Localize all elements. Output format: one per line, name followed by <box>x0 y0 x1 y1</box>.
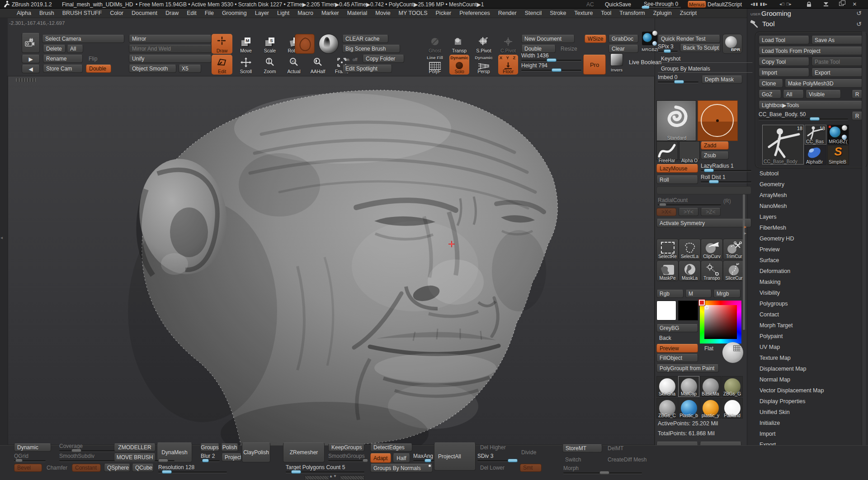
tool-section-header[interactable]: Subtool <box>747 168 861 179</box>
menu-item[interactable]: Grooming <box>218 9 251 18</box>
menu-item[interactable]: Marker <box>317 9 343 18</box>
menu-item[interactable]: MY TOOLS <box>395 9 432 18</box>
simplebrush-thumbnail[interactable]: S SimpleB <box>827 145 849 165</box>
user-refresh-icon[interactable]: ↺ <box>856 9 862 17</box>
active-tool-thumbnail[interactable]: 18 CC_Base_Body <box>762 125 804 165</box>
keyshot-button[interactable]: Keyshot <box>658 55 753 63</box>
back-button-color[interactable]: Back <box>656 334 698 342</box>
current-brush-preview[interactable] <box>295 34 315 54</box>
main-color-swatch[interactable] <box>656 301 676 320</box>
delmt-button[interactable]: DelMT <box>605 444 645 452</box>
symmetry-z-button[interactable]: >Z< <box>701 208 721 216</box>
rgb-button[interactable]: Rgb <box>656 290 684 298</box>
tool-section-header[interactable]: Contact <box>747 309 861 320</box>
tool-section-header[interactable]: Display Properties <box>747 396 861 407</box>
target-polygons-slider[interactable]: Target Polygons Count 5 <box>286 465 364 473</box>
selectlasso-tile[interactable]: SelectLa <box>679 239 701 259</box>
material-plastic-b[interactable]: Plastic_b <box>678 398 699 419</box>
chamfer-button[interactable]: Chamfer <box>44 464 69 472</box>
material-pabland[interactable]: Pabland <box>722 398 743 419</box>
transpose-tile[interactable]: Transpo <box>701 260 723 281</box>
mrgbz-grabber-tile[interactable]: MRGBZ( <box>641 32 659 51</box>
sdiv-slider[interactable]: SDiv 3 <box>477 453 518 461</box>
tool-section-header[interactable]: NanoMesh <box>747 201 861 212</box>
menu-item[interactable]: Layer <box>251 9 273 18</box>
actual-tile[interactable]: x1 Actual <box>283 55 304 75</box>
copy-folder-button[interactable]: Copy Folder <box>363 55 404 63</box>
morph-handle[interactable] <box>599 471 609 475</box>
project-button[interactable]: Project <box>222 453 241 461</box>
resize-button[interactable]: Resize <box>558 45 581 53</box>
rename-camera-button[interactable]: Rename <box>43 55 83 63</box>
target-polygons-handle[interactable] <box>291 470 301 474</box>
object-smooth-button[interactable]: Object Smooth <box>129 65 176 73</box>
projectall-button[interactable]: ProjectAll <box>434 442 476 471</box>
resolution-slider[interactable]: Resolution 128 <box>158 465 227 473</box>
material-zbgs-c[interactable]: ZBGs_C <box>656 398 678 419</box>
brush-thumbnail[interactable]: Standard <box>656 100 696 141</box>
tool-section-header[interactable]: Initialize <box>747 418 861 428</box>
bottom-shelf-scrollbar2[interactable] <box>340 475 364 480</box>
depth-mask-button[interactable]: Depth Mask <box>702 75 742 84</box>
tool-section-header[interactable]: UV Map <box>747 342 861 353</box>
move-mode-tile[interactable]: M Move <box>236 34 256 54</box>
load-tool-button[interactable]: Load Tool <box>759 36 809 44</box>
move-brush-button[interactable]: MOVE BRUSH <box>114 453 156 461</box>
spivot-tile[interactable]: S.Pivot <box>474 34 494 54</box>
ghost-tile[interactable]: Ghost <box>425 34 445 54</box>
lazymouse-button[interactable]: LazyMouse <box>656 164 698 173</box>
goz-button[interactable]: GoZ <box>759 90 781 99</box>
lazyradius-slider[interactable]: LazyRadius 1 <box>701 163 751 171</box>
delete-camera-button[interactable]: Delete <box>43 45 66 53</box>
menu-item[interactable]: File <box>201 9 218 18</box>
zsub-button[interactable]: Zsub <box>701 151 729 160</box>
zadd-button[interactable]: Zadd <box>701 141 729 150</box>
pro-button[interactable]: Pro <box>583 55 606 75</box>
blur-handle[interactable] <box>202 459 209 462</box>
del-lower-button[interactable]: Del Lower <box>477 464 506 472</box>
all-cameras-button[interactable]: All <box>67 45 83 53</box>
clear-cache-button[interactable]: CLEAR cache <box>342 35 388 43</box>
mirror-button[interactable]: Mirror <box>129 35 212 43</box>
resolution-handle[interactable] <box>162 470 172 474</box>
material-zbgs-g[interactable]: ZBGs_G <box>722 376 743 397</box>
maxang-handle[interactable] <box>425 459 431 462</box>
roll-dist-slider[interactable]: Roll Dist 1 <box>701 174 751 183</box>
left-divider-arrow-icon[interactable]: ◂ <box>0 235 3 240</box>
tool-section-header[interactable]: Polypaint <box>747 331 861 342</box>
tool-section-header[interactable]: Deformation <box>747 266 861 277</box>
spotlight-on-label[interactable]: on <box>344 57 349 62</box>
solo-tile[interactable]: Dynamic Solo <box>449 55 469 75</box>
menu-item[interactable]: Macro <box>293 9 317 18</box>
big-scene-brush-button[interactable]: Big Scene Brush <box>342 45 400 53</box>
fillobject-button[interactable]: FillObject <box>656 354 698 362</box>
grabdoc-button[interactable]: GrabDoc <box>609 35 638 43</box>
coverage-handle[interactable] <box>71 449 81 452</box>
default-zscript-button[interactable]: DefaultZScript <box>708 1 742 8</box>
zremesher-button[interactable]: ZRemesher <box>283 442 325 462</box>
play-button[interactable]: ▶ <box>22 55 40 63</box>
spotlight-off-label[interactable]: off <box>353 57 357 62</box>
lightbox-tools-button[interactable]: Lightbox▶Tools <box>759 101 863 109</box>
radialcount-slider[interactable]: RadialCount <box>658 198 721 206</box>
goz-all-button[interactable]: All <box>783 90 804 99</box>
spix-slider[interactable]: SPix 3 <box>658 44 678 52</box>
alphabrush-thumbnail[interactable]: AlphaBr <box>805 145 826 165</box>
flip-button[interactable]: Flip <box>86 55 108 63</box>
back-to-sculpt-button[interactable]: Back To Sculpt <box>680 44 721 52</box>
menu-item[interactable]: Texture <box>570 9 597 18</box>
menu-item[interactable]: Preferences <box>455 9 494 18</box>
tool-section-header[interactable]: Visibility <box>747 287 861 298</box>
tool-section-header[interactable]: Vector Displacement Map <box>747 385 861 396</box>
transp-tile[interactable]: Transp <box>449 34 469 54</box>
tool-section-header[interactable]: Import <box>747 428 861 439</box>
tray-scrollbar[interactable] <box>862 32 866 477</box>
close-icon[interactable]: × <box>853 0 857 8</box>
menu-item[interactable]: Zscript <box>676 9 701 18</box>
lock-icon[interactable] <box>807 1 811 9</box>
cpivot-tile[interactable]: C.Pivot <box>498 34 518 54</box>
tool-section-header[interactable]: Surface <box>747 255 861 266</box>
draw-mode-tile[interactable]: Draw <box>212 34 232 54</box>
tray-collapse-arrow2-icon[interactable]: ▸ <box>744 231 746 235</box>
tool-item-slider[interactable]: CC_Base_Body. 50 <box>759 112 848 120</box>
